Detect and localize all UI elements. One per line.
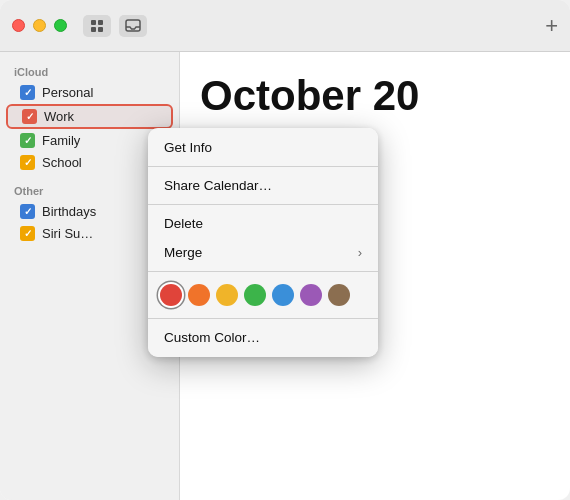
- school-checkbox[interactable]: ✓: [20, 155, 35, 170]
- minimize-button[interactable]: [33, 19, 46, 32]
- custom-color-label: Custom Color…: [164, 330, 260, 345]
- maximize-button[interactable]: [54, 19, 67, 32]
- siri-label: Siri Su…: [42, 226, 93, 241]
- color-swatch-brown[interactable]: [328, 284, 350, 306]
- svg-rect-0: [91, 20, 96, 25]
- title-bar-icons: [83, 15, 147, 37]
- share-calendar-menuitem[interactable]: Share Calendar…: [148, 171, 378, 200]
- color-swatch-red[interactable]: [160, 284, 182, 306]
- chevron-right-icon: ›: [358, 245, 362, 260]
- delete-label: Delete: [164, 216, 203, 231]
- family-checkbox[interactable]: ✓: [20, 133, 35, 148]
- school-label: School: [42, 155, 82, 170]
- app-window: + iCloud ✓ Personal ✓ Work: [0, 0, 570, 500]
- personal-checkbox[interactable]: ✓: [20, 85, 35, 100]
- siri-checkbox[interactable]: ✓: [20, 226, 35, 241]
- traffic-lights: [12, 19, 67, 32]
- color-swatch-green[interactable]: [244, 284, 266, 306]
- get-info-label: Get Info: [164, 140, 212, 155]
- birthdays-label: Birthdays: [42, 204, 96, 219]
- work-checkbox[interactable]: ✓: [22, 109, 37, 124]
- check-mark: ✓: [26, 111, 34, 122]
- check-mark: ✓: [24, 228, 32, 239]
- color-swatch-orange[interactable]: [188, 284, 210, 306]
- color-swatch-purple[interactable]: [300, 284, 322, 306]
- work-label: Work: [44, 109, 74, 124]
- add-button[interactable]: +: [545, 13, 558, 39]
- month-title: October 20: [200, 72, 550, 120]
- birthdays-checkbox[interactable]: ✓: [20, 204, 35, 219]
- check-mark: ✓: [24, 87, 32, 98]
- personal-label: Personal: [42, 85, 93, 100]
- color-swatch-yellow[interactable]: [216, 284, 238, 306]
- check-mark: ✓: [24, 157, 32, 168]
- separator-2: [148, 204, 378, 205]
- custom-color-menuitem[interactable]: Custom Color…: [148, 323, 378, 352]
- color-swatch-blue[interactable]: [272, 284, 294, 306]
- color-swatches-row: [148, 276, 378, 314]
- svg-rect-3: [98, 27, 103, 32]
- get-info-menuitem[interactable]: Get Info: [148, 133, 378, 162]
- title-bar: +: [0, 0, 570, 52]
- separator-4: [148, 318, 378, 319]
- check-mark: ✓: [24, 135, 32, 146]
- close-button[interactable]: [12, 19, 25, 32]
- merge-label: Merge: [164, 245, 202, 260]
- check-mark: ✓: [24, 206, 32, 217]
- inbox-icon[interactable]: [119, 15, 147, 37]
- context-menu: Get Info Share Calendar… Delete Merge ›: [148, 128, 378, 357]
- family-label: Family: [42, 133, 80, 148]
- separator-3: [148, 271, 378, 272]
- separator-1: [148, 166, 378, 167]
- share-calendar-label: Share Calendar…: [164, 178, 272, 193]
- icloud-heading: iCloud: [0, 66, 179, 78]
- merge-menuitem[interactable]: Merge ›: [148, 238, 378, 267]
- delete-menuitem[interactable]: Delete: [148, 209, 378, 238]
- sidebar-item-work[interactable]: ✓ Work: [6, 104, 173, 129]
- sidebar-item-personal[interactable]: ✓ Personal: [6, 82, 173, 103]
- svg-rect-1: [98, 20, 103, 25]
- grid-view-icon[interactable]: [83, 15, 111, 37]
- svg-rect-2: [91, 27, 96, 32]
